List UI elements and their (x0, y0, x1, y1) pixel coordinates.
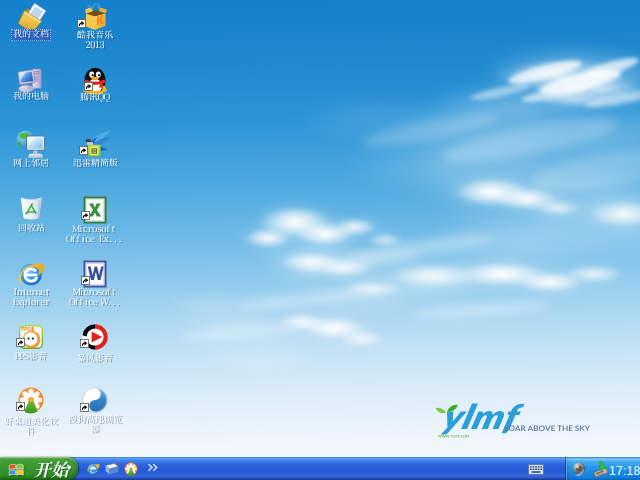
svg-text:PPS: PPS (22, 327, 31, 332)
